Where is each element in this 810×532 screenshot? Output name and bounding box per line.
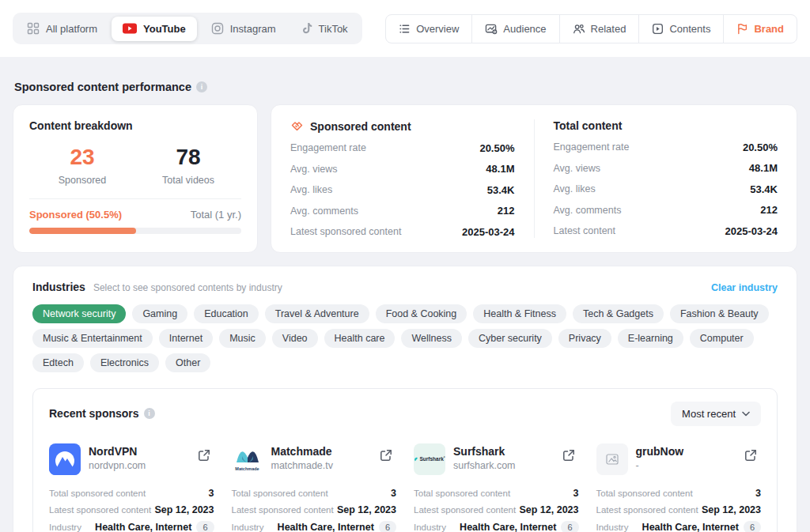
tab-contents-label: Contents: [669, 23, 710, 35]
stat-row: Avg. likes 53.4K: [290, 184, 515, 196]
platform-all-label: All platform: [46, 23, 97, 35]
tab-brand[interactable]: Brand: [723, 15, 797, 43]
industry-tag-health-care[interactable]: Health care: [324, 329, 396, 348]
tab-overview[interactable]: Overview: [386, 15, 471, 43]
sponsor-stat-label: Latest sponsored content: [232, 505, 334, 515]
sponsor-stat-row: Industry Health Care, Internet 6: [596, 521, 762, 532]
nordvpn-logo: [49, 443, 81, 475]
stat-row: Engagement rate 20.50%: [290, 142, 515, 154]
clear-industry-link[interactable]: Clear industry: [711, 282, 778, 293]
stat-value: 53.4K: [487, 184, 515, 196]
platform-youtube[interactable]: YouTube: [112, 17, 197, 41]
sponsored-count-block: 23 Sponsored: [29, 145, 135, 186]
external-link-icon[interactable]: [740, 445, 761, 466]
surfshark-logo: Surfshark˚: [414, 443, 445, 475]
stat-label: Avg. views: [554, 163, 601, 174]
industry-tag-other[interactable]: Other: [165, 353, 210, 372]
industry-tag-music-entertainment[interactable]: Music & Entertainment: [32, 329, 153, 348]
industry-count-badge[interactable]: 6: [379, 521, 396, 532]
industry-count-badge[interactable]: 6: [561, 521, 578, 532]
stat-value: 2025-03-24: [725, 225, 778, 237]
tab-audience[interactable]: Audience: [471, 15, 558, 43]
stat-value: 2025-03-24: [462, 226, 515, 238]
sponsor-card-nordvpn: NordVPN nordvpn.com Total sponsored cont…: [49, 443, 214, 532]
industry-tag-tech-gadgets[interactable]: Tech & Gadgets: [573, 304, 664, 323]
industry-tag-travel-adventure[interactable]: Travel & Adventure: [265, 304, 369, 323]
sponsored-content-title: Sponsored content: [310, 120, 411, 133]
grid-icon: [27, 22, 40, 35]
content-stats-card: Sponsored content Engagement rate 20.50%…: [271, 104, 797, 253]
industry-count-badge[interactable]: 6: [196, 521, 214, 532]
platform-instagram[interactable]: Instagram: [200, 16, 287, 41]
stat-row: Avg. views 48.1M: [554, 162, 778, 174]
stat-label: Avg. comments: [554, 205, 622, 216]
sponsor-card-surfshark: Surfshark˚ Surfshark surfshark.com Total…: [414, 443, 579, 532]
sponsor-domain: surfshark.com: [453, 460, 551, 471]
stat-value: 212: [498, 205, 515, 217]
platform-tiktok[interactable]: TikTok: [290, 16, 359, 41]
stat-label: Avg. views: [290, 164, 338, 175]
info-icon[interactable]: i: [144, 408, 155, 419]
sponsor-domain: -: [636, 460, 733, 471]
external-link-icon[interactable]: [558, 445, 579, 466]
sponsored-progress-bar: [29, 228, 241, 234]
tab-contents[interactable]: Contents: [638, 15, 723, 43]
industry-tag-internet[interactable]: Internet: [159, 329, 213, 348]
industry-tag-gaming[interactable]: Gaming: [132, 304, 187, 323]
external-link-icon[interactable]: [376, 445, 396, 466]
matchmade-logo: Matchmade: [232, 443, 263, 475]
industry-tag-network-security[interactable]: Network security: [32, 304, 126, 323]
sponsored-percent-label: Sponsored (50.5%): [29, 209, 122, 221]
stat-row: Engagement rate 20.50%: [554, 141, 778, 153]
sponsor-industry-value: Health Care, Internet: [642, 522, 739, 532]
stat-value: 48.1M: [486, 163, 514, 175]
sponsor-stat-label: Industry: [232, 523, 264, 532]
info-icon[interactable]: i: [196, 81, 207, 92]
sponsor-stat-row: Total sponsored content 3: [414, 488, 579, 499]
industries-card: Industries Select to see sponsored conte…: [13, 266, 797, 532]
external-link-icon[interactable]: [194, 445, 214, 466]
industry-tag-wellness[interactable]: Wellness: [401, 329, 461, 348]
youtube-icon: [123, 23, 137, 34]
nav-tabs: Overview Audience Related: [385, 14, 797, 43]
sponsor-industry-value: Health Care, Internet: [460, 522, 556, 532]
industry-tag-e-learning[interactable]: E-learning: [618, 329, 683, 348]
industry-tag-video[interactable]: Video: [272, 329, 318, 348]
sponsored-count-label: Sponsored: [29, 175, 135, 186]
sponsor-stat-value: Health Care, Internet 6: [95, 521, 214, 532]
industry-tag-electronics[interactable]: Electronics: [90, 353, 159, 372]
tab-related[interactable]: Related: [559, 15, 639, 43]
industry-count-badge[interactable]: 6: [744, 521, 761, 532]
industry-tag-music[interactable]: Music: [219, 329, 266, 348]
industry-tag-privacy[interactable]: Privacy: [558, 329, 611, 348]
industry-tag-education[interactable]: Education: [194, 304, 259, 323]
stat-label: Latest sponsored content: [290, 226, 401, 237]
page-title: Sponsored content performance: [14, 81, 191, 93]
sponsor-stat-value: Sep 12, 2023: [154, 504, 214, 515]
sponsor-stat-row: Latest sponsored content Sep 12, 2023: [49, 504, 214, 515]
sponsor-stat-value: Sep 12, 2023: [337, 504, 396, 515]
handshake-icon: [290, 119, 304, 133]
content-breakdown-title: Content breakdown: [29, 119, 241, 132]
industry-tag-food-cooking[interactable]: Food & Cooking: [376, 304, 467, 323]
industry-tag-fashion-beauty[interactable]: Fashion & Beauty: [670, 304, 769, 323]
industry-tag-edtech[interactable]: Edtech: [32, 353, 84, 372]
industry-tag-cyber-security[interactable]: Cyber security: [468, 329, 552, 348]
industry-tags: Network security Gaming Education Travel…: [32, 304, 778, 372]
recent-sponsors-panel: Recent sponsors i Most recent: [32, 388, 778, 532]
industry-tag-computer[interactable]: Computer: [690, 329, 754, 348]
sponsor-card-grubnow: grubNow - Total sponsored content 3: [596, 443, 762, 532]
surfshark-logo-text: Surfshark˚: [419, 456, 445, 462]
sponsored-count: 23: [29, 145, 135, 170]
platform-all[interactable]: All platform: [16, 16, 108, 41]
sponsor-stat-label: Total sponsored content: [414, 489, 510, 498]
audience-chart-icon: [485, 23, 498, 35]
sponsor-stat-label: Industry: [414, 523, 446, 532]
platform-switcher: All platform YouTube Instagram TikTok: [13, 13, 362, 44]
sponsor-stat-row: Industry Health Care, Internet 6: [232, 521, 397, 532]
sponsor-domain: matchmade.tv: [271, 460, 369, 471]
sort-dropdown[interactable]: Most recent: [671, 402, 761, 426]
industry-tag-health-fitness[interactable]: Health & Fitness: [473, 304, 566, 323]
stat-label: Avg. likes: [554, 183, 596, 194]
chevron-down-icon: [742, 411, 750, 417]
